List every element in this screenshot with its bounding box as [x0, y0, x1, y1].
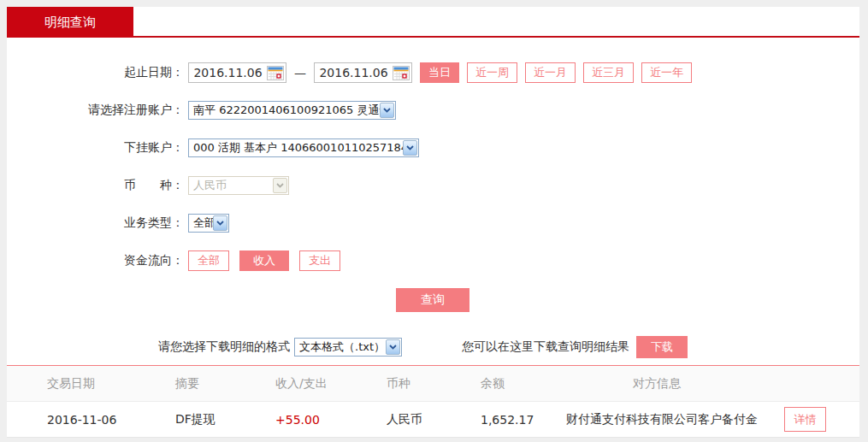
registered-account-label: 请选择注册账户： [7, 103, 184, 118]
download-button[interactable]: 下载 [636, 336, 688, 358]
linked-account-select[interactable]: 000 活期 基本户 1406600101102571848 [188, 138, 419, 157]
download-format-label: 请您选择下载明细的格式 [158, 339, 290, 355]
tab-label: 明细查询 [44, 15, 96, 31]
header-summary: 摘要 [175, 376, 275, 392]
linked-account-row: 下挂账户： 000 活期 基本户 1406600101102571848 [7, 138, 859, 158]
download-format-value: 文本格式（.txt） [295, 339, 386, 355]
linked-account-label: 下挂账户： [7, 140, 184, 156]
fund-direction-all-button[interactable]: 全部 [188, 250, 229, 271]
download-hint: 您可以在这里下载查询明细结果 [462, 339, 629, 355]
header-currency: 币种 [387, 376, 481, 392]
query-form: 起止日期： 2016.11.06 — [7, 38, 859, 438]
cell-balance: 1,652.17 [481, 413, 566, 427]
tab-bar: 明细查询 [7, 7, 859, 38]
calendar-icon[interactable] [267, 66, 284, 80]
fund-direction-row: 资金流向： 全部 收入 支出 [7, 250, 859, 271]
calendar-icon[interactable] [393, 66, 410, 80]
date-range-label: 起止日期： [7, 65, 184, 80]
cell-amount: +55.00 [275, 413, 387, 427]
date-separator: — [294, 66, 306, 80]
download-format-select[interactable]: 文本格式（.txt） [294, 338, 402, 357]
currency-value: 人民币 [189, 178, 273, 193]
chevron-down-icon [213, 215, 227, 231]
header-counterparty: 对方信息 [566, 376, 784, 392]
start-date-input[interactable]: 2016.11.06 [188, 62, 286, 83]
business-type-value: 全部 [189, 215, 213, 231]
date-range-row: 起止日期： 2016.11.06 — [7, 62, 859, 83]
currency-select: 人民币 [188, 176, 289, 195]
chevron-down-icon [386, 339, 400, 355]
registered-account-select[interactable]: 南平 6222001406100921065 灵通卡 [188, 101, 396, 120]
header-amount: 收入/支出 [275, 376, 387, 392]
fund-direction-income-button[interactable]: 收入 [239, 250, 289, 271]
business-type-label: 业务类型： [7, 215, 184, 231]
end-date-value: 2016.11.06 [315, 66, 393, 80]
header-balance: 余额 [481, 376, 566, 392]
currency-label: 币 种： [7, 178, 184, 193]
business-type-select[interactable]: 全部 [188, 214, 229, 233]
table-row: 2016-11-06 DF提现 +55.00 人民币 1,652.17 财付通支… [7, 402, 859, 438]
chevron-down-icon [273, 178, 287, 193]
linked-account-value: 000 活期 基本户 1406600101102571848 [189, 140, 403, 156]
content-panel: 明细查询 起止日期： 2016.11.06 [7, 7, 859, 438]
fund-direction-expense-button[interactable]: 支出 [299, 250, 340, 271]
query-row: 查询 [7, 288, 859, 312]
detail-button[interactable]: 详情 [784, 407, 826, 432]
business-type-row: 业务类型： 全部 [7, 213, 859, 233]
cell-date: 2016-11-06 [7, 413, 175, 427]
currency-row: 币 种： 人民币 [7, 175, 859, 196]
chevron-down-icon [403, 140, 417, 156]
download-row: 请您选择下载明细的格式 文本格式（.txt） 您可以在这里下载查询明细结果 下载 [7, 336, 859, 358]
end-date-input[interactable]: 2016.11.06 [314, 62, 412, 83]
quick-range-year-button[interactable]: 近一年 [641, 62, 692, 83]
start-date-value: 2016.11.06 [189, 66, 267, 80]
tab-detail-query[interactable]: 明细查询 [7, 7, 133, 38]
quick-range-3months-button[interactable]: 近三月 [583, 62, 634, 83]
cell-counterparty: 财付通支付科技有限公司客户备付金 [566, 412, 784, 427]
quick-range-week-button[interactable]: 近一周 [467, 62, 517, 83]
query-button[interactable]: 查询 [396, 288, 469, 312]
quick-range-today-button[interactable]: 当日 [420, 62, 459, 83]
chevron-down-icon [380, 103, 394, 118]
header-date: 交易日期 [7, 376, 175, 392]
cell-summary: DF提现 [175, 412, 275, 427]
registered-account-value: 南平 6222001406100921065 灵通卡 [189, 103, 380, 118]
fund-direction-label: 资金流向： [7, 253, 184, 268]
registered-account-row: 请选择注册账户： 南平 6222001406100921065 灵通卡 [7, 100, 859, 121]
page: 明细查询 起止日期： 2016.11.06 [0, 0, 868, 442]
table-header-row: 交易日期 摘要 收入/支出 币种 余额 对方信息 [7, 366, 859, 402]
cell-currency: 人民币 [387, 412, 481, 427]
quick-range-month-button[interactable]: 近一月 [525, 62, 576, 83]
